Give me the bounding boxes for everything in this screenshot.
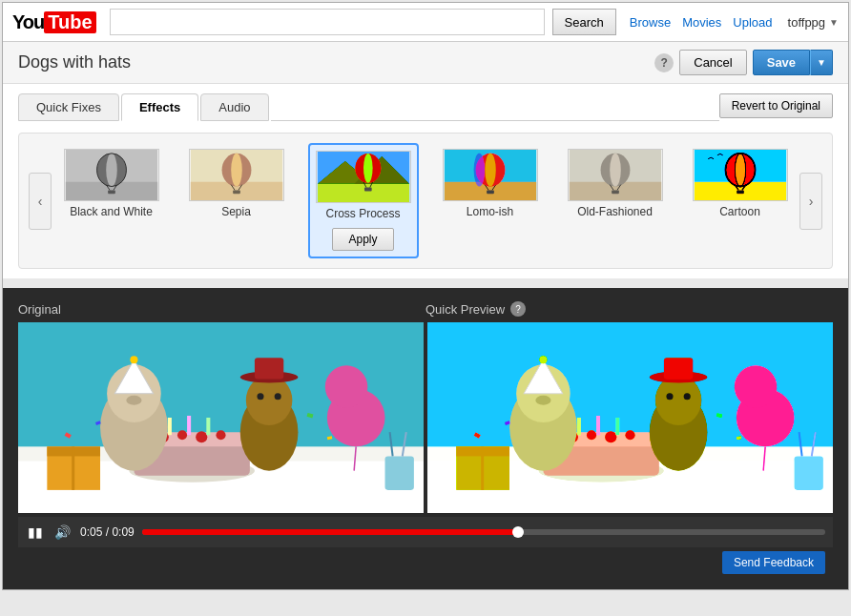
send-feedback-button[interactable]: Send Feedback xyxy=(722,551,825,574)
tab-audio[interactable]: Audio xyxy=(200,93,268,121)
tab-effects[interactable]: Effects xyxy=(121,93,198,121)
svg-point-114 xyxy=(735,365,778,408)
svg-rect-58 xyxy=(168,418,172,435)
time-display: 0:05 / 0:09 xyxy=(80,525,135,539)
title-actions: ? Cancel Save ▼ xyxy=(654,50,833,75)
svg-rect-59 xyxy=(187,416,191,435)
save-button[interactable]: Save xyxy=(753,50,810,75)
revert-to-original-button[interactable]: Revert to Original xyxy=(719,93,833,118)
effects-nav-right[interactable]: › xyxy=(799,173,822,230)
svg-rect-60 xyxy=(206,418,210,435)
svg-point-106 xyxy=(539,356,547,363)
volume-button[interactable]: 🔊 xyxy=(52,523,73,542)
effect-cross-process[interactable]: Cross Process Apply xyxy=(308,143,419,258)
search-input[interactable] xyxy=(110,9,545,35)
controls-bar: ▮▮ 🔊 0:05 / 0:09 xyxy=(18,517,833,547)
effect-label-sepia: Sepia xyxy=(221,205,251,218)
svg-rect-73 xyxy=(255,358,283,379)
effect-cartoon[interactable]: Cartoon xyxy=(687,143,794,224)
svg-point-71 xyxy=(275,393,281,400)
nav-browse[interactable]: Browse xyxy=(630,15,671,30)
svg-point-95 xyxy=(605,431,616,442)
svg-rect-99 xyxy=(615,418,619,435)
svg-rect-123 xyxy=(795,456,823,489)
youtube-logo[interactable]: YouTube xyxy=(12,11,96,33)
effect-thumb-lomo xyxy=(443,149,538,201)
svg-rect-98 xyxy=(596,416,600,435)
help-button[interactable]: ? xyxy=(654,53,674,72)
apply-button[interactable]: Apply xyxy=(332,228,393,251)
svg-point-65 xyxy=(126,396,141,405)
effect-label-cartoon: Cartoon xyxy=(719,205,760,218)
video-frame-original xyxy=(18,322,424,513)
effect-lomo[interactable]: Lomo-ish xyxy=(437,143,544,224)
effect-thumb-oldfashioned xyxy=(568,149,663,201)
effect-label-bw: Black and White xyxy=(70,205,153,218)
original-label: Original xyxy=(18,302,426,317)
preview-label: Quick Preview ? xyxy=(426,301,833,317)
save-btn-group: Save ▼ xyxy=(753,50,833,75)
effect-label-cross: Cross Process xyxy=(325,207,400,220)
main-content: Quick Fixes Effects Audio Revert to Orig… xyxy=(3,84,848,278)
preview-help-button[interactable]: ? xyxy=(510,301,526,317)
svg-point-104 xyxy=(535,396,550,405)
effect-thumb-cartoon xyxy=(693,149,788,201)
tabs-row: Quick Fixes Effects Audio Revert to Orig… xyxy=(18,93,833,121)
progress-bar[interactable] xyxy=(142,529,825,535)
progress-fill xyxy=(142,529,518,535)
user-area: toffppg ▼ xyxy=(788,15,839,30)
svg-point-70 xyxy=(257,393,263,400)
save-dropdown-button[interactable]: ▼ xyxy=(810,50,833,75)
nav-links: Browse Movies Upload xyxy=(630,15,773,30)
video-area: Original Quick Preview ? xyxy=(3,288,848,589)
effect-old-fashioned[interactable]: Old-Fashioned xyxy=(562,143,669,224)
svg-point-96 xyxy=(625,430,634,440)
svg-point-109 xyxy=(666,393,673,400)
svg-point-28 xyxy=(473,154,485,187)
title-bar: Dogs with hats ? Cancel Save ▼ xyxy=(3,42,848,84)
video-frame-preview xyxy=(427,322,833,513)
progress-handle[interactable] xyxy=(512,526,524,538)
svg-point-20 xyxy=(363,154,373,183)
svg-point-11 xyxy=(231,154,242,187)
video-frames xyxy=(18,322,833,513)
tab-quick-fixes[interactable]: Quick Fixes xyxy=(18,93,119,121)
video-title: Dogs with hats xyxy=(18,52,131,72)
feedback-bar: Send Feedback xyxy=(18,547,833,580)
effects-nav-left[interactable]: ‹ xyxy=(29,173,52,230)
svg-rect-31 xyxy=(487,190,494,194)
svg-point-3 xyxy=(106,154,117,187)
effect-label-oldfashioned: Old-Fashioned xyxy=(577,205,653,218)
svg-point-110 xyxy=(684,393,691,400)
effect-thumb-bw xyxy=(64,149,159,201)
effect-thumb-sepia xyxy=(189,149,284,201)
user-dropdown-arrow[interactable]: ▼ xyxy=(829,17,839,28)
logo-tube: Tube xyxy=(44,11,95,33)
svg-point-35 xyxy=(610,154,621,187)
logo-you: You xyxy=(12,11,44,33)
time-current: 0:05 xyxy=(80,525,102,539)
svg-rect-84 xyxy=(385,456,414,489)
svg-rect-16 xyxy=(317,184,408,202)
svg-rect-23 xyxy=(363,188,371,192)
svg-point-75 xyxy=(325,365,368,408)
time-total: 0:09 xyxy=(112,525,134,539)
effect-label-lomo: Lomo-ish xyxy=(467,205,513,218)
effect-thumb-cross xyxy=(316,151,411,203)
effect-black-and-white[interactable]: Black and White xyxy=(58,143,165,224)
svg-point-27 xyxy=(485,154,496,187)
svg-point-55 xyxy=(177,430,187,440)
preview-text: Quick Preview xyxy=(426,302,505,317)
svg-point-57 xyxy=(216,430,225,440)
cancel-button[interactable]: Cancel xyxy=(679,50,746,75)
effect-sepia[interactable]: Sepia xyxy=(183,143,290,224)
nav-movies[interactable]: Movies xyxy=(682,15,721,30)
svg-rect-47 xyxy=(737,190,744,194)
svg-point-94 xyxy=(587,430,596,440)
search-button[interactable]: Search xyxy=(552,9,616,35)
svg-point-67 xyxy=(130,356,137,363)
nav-upload[interactable]: Upload xyxy=(733,15,772,30)
effects-panel: ‹ xyxy=(18,133,833,269)
svg-rect-97 xyxy=(577,418,581,435)
pause-button[interactable]: ▮▮ xyxy=(26,523,45,542)
